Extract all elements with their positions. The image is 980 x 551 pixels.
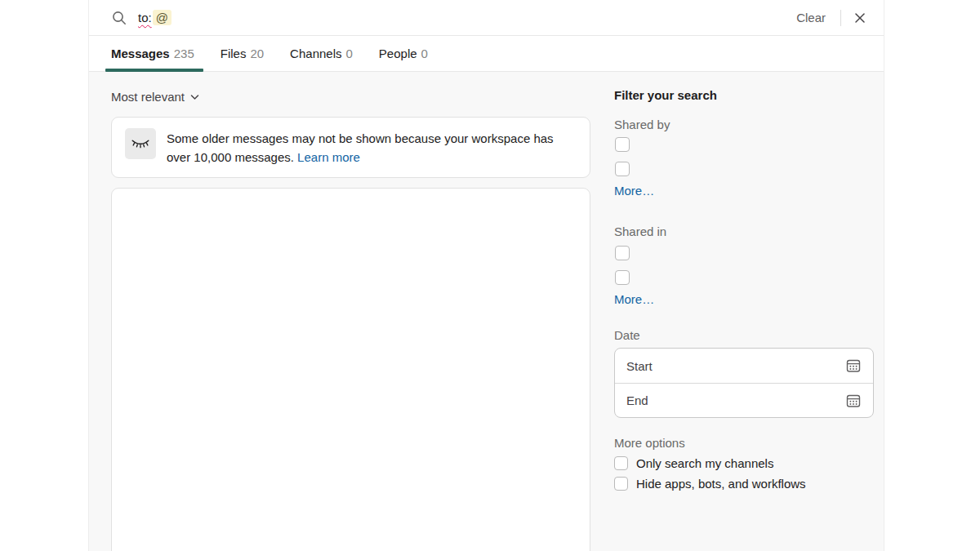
shared-in-checkbox-2[interactable]: [615, 270, 630, 285]
search-results-placeholder: [111, 188, 590, 551]
tab-people-count: 0: [421, 47, 428, 60]
shared-in-checkbox-1[interactable]: [615, 246, 630, 260]
sort-dropdown[interactable]: Most relevant: [111, 90, 590, 104]
option-hide-apps-bots[interactable]: Hide apps, bots, and workflows: [614, 477, 806, 491]
only-my-channels-checkbox[interactable]: [614, 456, 628, 470]
tab-people[interactable]: People 0: [379, 36, 428, 71]
chevron-down-icon: [190, 94, 199, 100]
search-query-token: @: [153, 10, 172, 25]
tab-files[interactable]: Files 20: [220, 36, 264, 71]
search-query-prefix: to:: [138, 11, 152, 24]
older-messages-notice: Some older messages may not be shown bec…: [111, 117, 590, 178]
shared-by-checkbox-1[interactable]: [615, 137, 630, 152]
tab-messages-count: 235: [174, 47, 194, 60]
tab-people-label: People: [379, 47, 417, 60]
search-tabs: Messages 235 Files 20 Channels 0 People …: [89, 36, 884, 72]
tab-files-label: Files: [220, 47, 247, 60]
calendar-icon: [845, 358, 862, 374]
results-column: Most relevant: [111, 72, 590, 551]
close-button[interactable]: [849, 7, 871, 29]
search-panel: to: @ Clear Messages 235 Files 20 Channe…: [88, 0, 884, 551]
shared-in-more-link[interactable]: More…: [614, 292, 654, 306]
search-input[interactable]: to: @: [138, 10, 172, 25]
only-my-channels-label: Only search my channels: [636, 456, 773, 470]
more-options-label: More options: [614, 436, 685, 450]
search-body: Most relevant: [89, 72, 884, 551]
tab-channels-count: 0: [346, 47, 353, 60]
clear-button[interactable]: Clear: [790, 7, 832, 28]
tab-channels[interactable]: Channels 0: [290, 36, 353, 71]
calendar-icon: [845, 393, 862, 409]
date-range-box: Start End: [614, 348, 874, 418]
date-label: Date: [614, 328, 640, 342]
tab-files-count: 20: [250, 47, 264, 60]
shared-by-label: Shared by: [614, 118, 670, 131]
hide-apps-bots-label: Hide apps, bots, and workflows: [636, 477, 806, 491]
search-icon: [112, 11, 127, 25]
notice-text: Some older messages may not be shown bec…: [167, 128, 577, 167]
shared-by-checkbox-2[interactable]: [615, 162, 630, 176]
date-end-placeholder: End: [626, 393, 648, 407]
shared-in-label: Shared in: [614, 224, 666, 238]
date-start-field[interactable]: Start: [615, 349, 873, 383]
search-bar: to: @ Clear: [89, 0, 884, 36]
close-icon: [853, 11, 867, 25]
tab-messages-label: Messages: [111, 47, 170, 60]
shared-by-more-link[interactable]: More…: [614, 184, 654, 198]
date-end-field[interactable]: End: [615, 383, 873, 417]
filter-sidebar-title: Filter your search: [614, 88, 717, 102]
date-start-placeholder: Start: [626, 359, 653, 373]
hide-apps-bots-checkbox[interactable]: [614, 477, 628, 491]
tab-channels-label: Channels: [290, 47, 341, 60]
header-divider: [840, 10, 841, 26]
sort-selected-label: Most relevant: [111, 90, 185, 104]
tab-messages[interactable]: Messages 235: [111, 36, 194, 71]
learn-more-link[interactable]: Learn more: [297, 150, 360, 164]
sleeping-eye-icon: [125, 128, 156, 159]
option-only-my-channels[interactable]: Only search my channels: [614, 456, 773, 470]
